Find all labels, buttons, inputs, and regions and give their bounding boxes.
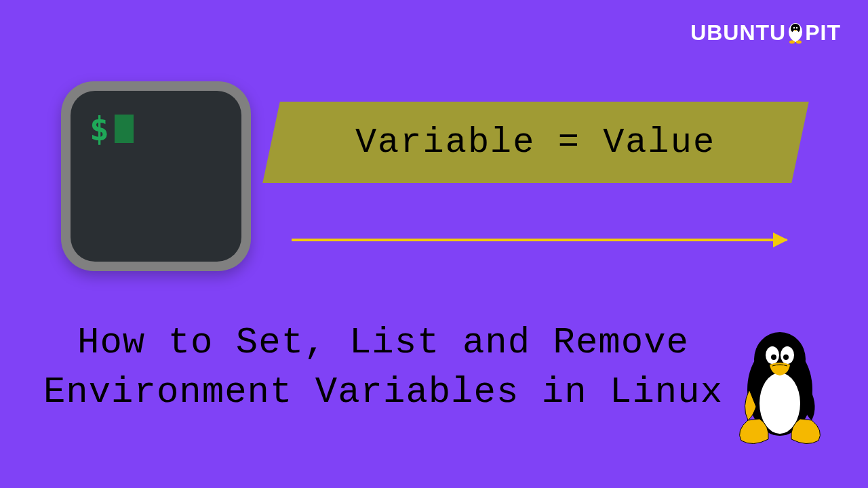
site-logo: UBUNTU PIT	[690, 20, 841, 45]
variable-banner: Variable = Value	[262, 102, 809, 183]
penguin-icon	[787, 22, 804, 44]
tux-mascot-icon	[729, 325, 831, 447]
title-line-2: Environment Variables in Linux	[43, 371, 723, 413]
title-line-1: How to Set, List and Remove	[77, 322, 689, 363]
terminal-prompt: $	[90, 110, 222, 148]
logo-text-right: PIT	[805, 20, 841, 45]
article-title: How to Set, List and Remove Environment …	[34, 319, 732, 418]
dollar-sign-icon: $	[90, 110, 109, 148]
banner-text: Variable = Value	[355, 123, 715, 163]
svg-point-5	[789, 40, 795, 43]
terminal-icon: $	[61, 81, 251, 271]
logo-text-left: UBUNTU	[690, 20, 786, 45]
terminal-screen: $	[71, 91, 241, 262]
svg-point-6	[796, 40, 802, 43]
svg-point-4	[796, 26, 797, 28]
cursor-icon	[115, 115, 134, 143]
svg-point-3	[793, 26, 795, 28]
svg-point-13	[783, 354, 789, 360]
svg-point-12	[771, 354, 776, 360]
arrow-icon	[292, 239, 787, 241]
svg-point-2	[791, 30, 800, 42]
